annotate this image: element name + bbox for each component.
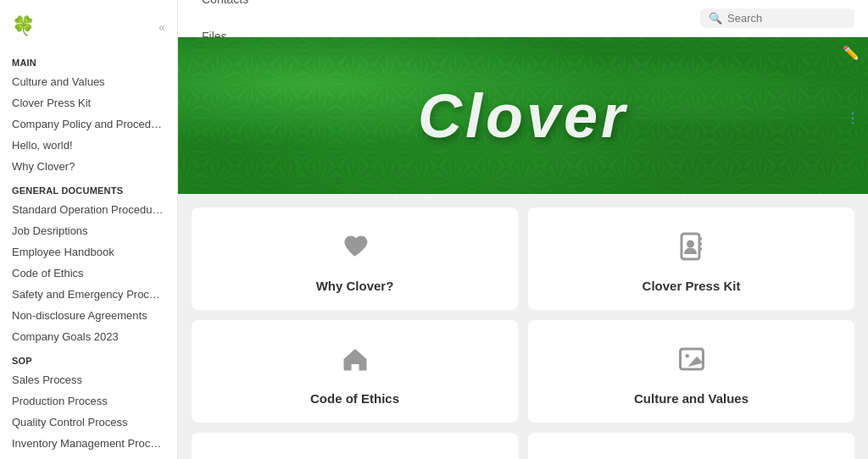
sidebar-item-1-6[interactable]: Company Goals 2023: [0, 326, 177, 347]
nav-tab-contacts[interactable]: Contacts: [192, 0, 270, 19]
contacts-icon: [676, 231, 707, 268]
sidebar-item-1-4[interactable]: Safety and Emergency Procedures: [0, 284, 177, 305]
card-label-clover-press-kit: Clover Press Kit: [643, 279, 741, 293]
sidebar-item-1-1[interactable]: Job Desriptions: [0, 220, 177, 241]
sidebar-item-2-2[interactable]: Quality Control Process: [0, 412, 177, 433]
sidebar-item-1-0[interactable]: Standard Operation Procedures: [0, 199, 177, 220]
sidebar-item-0-0[interactable]: Culture and Values: [0, 71, 177, 92]
clover-logo-icon: 🍀: [12, 15, 36, 39]
image-icon: [676, 344, 707, 381]
sidebar-section-title-0: MAIN: [0, 49, 177, 71]
sidebar-item-0-1[interactable]: Clover Press Kit: [0, 92, 177, 113]
heart-icon: [340, 231, 370, 268]
card-code-of-ethics[interactable]: Code of Ethics: [192, 320, 518, 423]
cards-grid: Why Clover?Clover Press KitCode of Ethic…: [178, 194, 868, 459]
svg-point-6: [685, 354, 689, 358]
sidebar-collapse-button[interactable]: «: [159, 20, 165, 34]
search-icon: 🔍: [709, 12, 722, 25]
sidebar-item-1-2[interactable]: Employee Handbook: [0, 241, 177, 263]
sidebar-logo: 🍀 «: [0, 8, 177, 49]
main-content: ChatContactsFilesLuanchpad 🔍 Clover ✏️ ⋮…: [178, 0, 868, 459]
hero-title: Clover: [418, 81, 628, 151]
sidebar-item-2-1[interactable]: Production Process: [0, 390, 177, 412]
search-box[interactable]: 🔍: [700, 8, 854, 28]
sidebar-item-1-5[interactable]: Non-disclosure Agreements: [0, 305, 177, 326]
svg-point-1: [687, 241, 694, 248]
sidebar-item-0-3[interactable]: Hello, world!: [0, 135, 177, 156]
content-area: Clover ✏️ ⋮ Why Clover?Clover Press KitC…: [178, 37, 868, 459]
edit-icon[interactable]: ✏️: [843, 45, 860, 61]
sidebar: 🍀 « MAINCulture and ValuesClover Press K…: [0, 0, 178, 459]
sidebar-item-2-0[interactable]: Sales Process: [0, 369, 177, 390]
sidebar-item-2-3[interactable]: Inventory Management Process: [0, 433, 177, 454]
home-icon: [340, 344, 370, 381]
hero-banner: Clover: [178, 37, 868, 194]
sidebar-item-1-3[interactable]: Code of Ethics: [0, 263, 177, 284]
card-culture-and-values[interactable]: Culture and Values: [528, 320, 854, 423]
svg-rect-5: [680, 349, 703, 369]
card-clover-press-kit[interactable]: Clover Press Kit: [528, 207, 854, 310]
card-why-clover[interactable]: Why Clover?: [192, 207, 518, 310]
card-label-why-clover: Why Clover?: [316, 279, 394, 293]
top-navigation: ChatContactsFilesLuanchpad 🔍: [178, 0, 868, 37]
sidebar-section-title-2: SOP: [0, 347, 177, 369]
card-sop[interactable]: SOP: [528, 433, 854, 459]
sidebar-section-title-1: GENERAL DOCUMENTS: [0, 177, 177, 199]
sidebar-item-0-4[interactable]: Why Clover?: [0, 156, 177, 177]
sidebar-item-2-4[interactable]: Customer Service Process: [0, 454, 177, 459]
scroll-icon[interactable]: ⋮: [846, 110, 860, 126]
search-input[interactable]: [727, 12, 846, 25]
card-company-goals-2023[interactable]: Company Goals 2023: [192, 433, 518, 459]
card-label-culture-and-values: Culture and Values: [634, 391, 748, 406]
card-label-code-of-ethics: Code of Ethics: [310, 391, 399, 406]
sidebar-item-0-2[interactable]: Company Policy and Procedures: [0, 113, 177, 135]
